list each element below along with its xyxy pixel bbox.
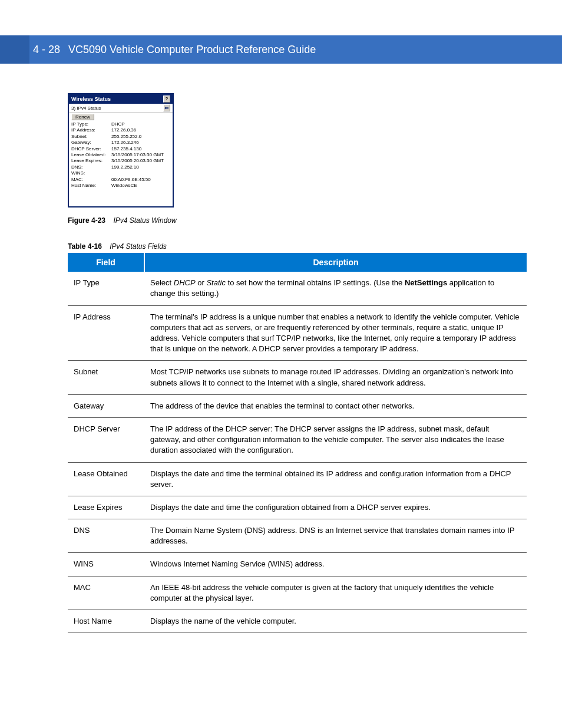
header-main: 4 - 28 VC5090 Vehicle Computer Product R… — [29, 35, 562, 64]
info-value: 157.235.4.130 — [111, 146, 170, 152]
info-row: Lease Obtained:3/15/2005 17:03:30 GMT — [71, 152, 170, 158]
info-row: IP Type:DHCP — [71, 121, 170, 127]
cell-field: Gateway — [68, 394, 144, 417]
info-label: Lease Expires: — [71, 158, 111, 164]
cell-description: Displays the name of the vehicle compute… — [144, 610, 527, 633]
cell-field: WINS — [68, 553, 144, 576]
cell-field: Lease Obtained — [68, 462, 144, 496]
table-row: SubnetMost TCP/IP networks use subnets t… — [68, 361, 527, 394]
table-label: Table 4-16 — [68, 242, 102, 251]
figure-wireless-status: Wireless Status ? 3) IPv4 Status ⬅ Renew… — [68, 93, 527, 207]
info-value: 172.26.0.36 — [111, 127, 170, 133]
info-row: Lease Expires:3/15/2005 20:03:30 GMT — [71, 158, 170, 164]
page-number: 4 - 28 — [33, 44, 60, 56]
info-grid: IP Type:DHCPIP Address:172.26.0.36Subnet… — [69, 120, 173, 206]
info-label: MAC: — [71, 177, 111, 183]
table-text: IPv4 Status Fields — [110, 242, 167, 251]
cell-field: DNS — [68, 519, 144, 553]
info-row: WINS: — [71, 170, 170, 176]
info-row: DHCP Server:157.235.4.130 — [71, 146, 170, 152]
header-left-block — [0, 35, 29, 64]
info-label: Lease Obtained: — [71, 152, 111, 158]
info-value: 3/15/2005 20:03:30 GMT — [111, 158, 170, 164]
window-titlebar: Wireless Status ? — [69, 94, 173, 104]
info-value: 00:A0:F8:6E:45:50 — [111, 177, 170, 183]
table-row: MACAn IEEE 48-bit address the vehicle co… — [68, 576, 527, 610]
page-title: VC5090 Vehicle Computer Product Referenc… — [68, 44, 316, 56]
info-label: IP Type: — [71, 121, 111, 127]
cell-description: Select DHCP or Static to set how the ter… — [144, 272, 527, 305]
table-row: Lease ObtainedDisplays the date and time… — [68, 462, 527, 496]
table-header-row: Field Description — [68, 253, 527, 272]
figure-caption: Figure 4-23 IPv4 Status Window — [68, 216, 527, 225]
renew-button[interactable]: Renew — [71, 114, 94, 120]
back-button[interactable]: ⬅ — [163, 104, 170, 111]
info-label: Subnet: — [71, 134, 111, 140]
cell-field: Lease Expires — [68, 496, 144, 519]
info-row: Gateway:172.26.3.246 — [71, 140, 170, 146]
header-field: Field — [68, 253, 144, 272]
figure-text: IPv4 Status Window — [113, 216, 176, 225]
info-value: 172.26.3.246 — [111, 140, 170, 146]
cell-field: Host Name — [68, 610, 144, 633]
info-row: IP Address:172.26.0.36 — [71, 127, 170, 133]
help-button[interactable]: ? — [163, 95, 170, 103]
table-caption: Table 4-16 IPv4 Status Fields — [68, 242, 527, 251]
cell-description: The IP address of the DHCP server: The D… — [144, 417, 527, 462]
info-row: Host Name:WindowsCE — [71, 183, 170, 189]
info-value: 255.255.252.0 — [111, 134, 170, 140]
cell-description: The terminal's IP address is a unique nu… — [144, 305, 527, 361]
table-row: IP TypeSelect DHCP or Static to set how … — [68, 272, 527, 305]
info-label: Host Name: — [71, 183, 111, 189]
info-value: DHCP — [111, 121, 170, 127]
page-header: 4 - 28 VC5090 Vehicle Computer Product R… — [0, 35, 562, 64]
info-value: 199.2.252.10 — [111, 164, 170, 170]
back-arrow-icon: ⬅ — [164, 106, 169, 111]
cell-description: Displays the date and time the terminal … — [144, 462, 527, 496]
cell-field: IP Type — [68, 272, 144, 305]
info-label: Gateway: — [71, 140, 111, 146]
window-title: Wireless Status — [71, 96, 111, 102]
table-row: Host NameDisplays the name of the vehicl… — [68, 610, 527, 633]
table-row: Lease ExpiresDisplays the date and time … — [68, 496, 527, 519]
table-row: DHCP ServerThe IP address of the DHCP se… — [68, 417, 527, 462]
info-row: DNS:199.2.252.10 — [71, 164, 170, 170]
info-label: DNS: — [71, 164, 111, 170]
info-label: DHCP Server: — [71, 146, 111, 152]
info-row: MAC:00:A0:F8:6E:45:50 — [71, 177, 170, 183]
info-label: IP Address: — [71, 127, 111, 133]
table-row: GatewayThe address of the device that en… — [68, 394, 527, 417]
cell-description: Displays the date and time the configura… — [144, 496, 527, 519]
cell-description: The Domain Name System (DNS) address. DN… — [144, 519, 527, 553]
table-row: IP AddressThe terminal's IP address is a… — [68, 305, 527, 361]
table-row: DNSThe Domain Name System (DNS) address.… — [68, 519, 527, 553]
cell-description: Windows Internet Naming Service (WINS) a… — [144, 553, 527, 576]
table-row: WINSWindows Internet Naming Service (WIN… — [68, 553, 527, 576]
wireless-status-window: Wireless Status ? 3) IPv4 Status ⬅ Renew… — [68, 93, 174, 207]
cell-description: The address of the device that enables t… — [144, 394, 527, 417]
ipv4-status-table: Field Description IP TypeSelect DHCP or … — [68, 253, 527, 633]
info-value: WindowsCE — [111, 183, 170, 189]
info-row: Subnet:255.255.252.0 — [71, 134, 170, 140]
cell-field: IP Address — [68, 305, 144, 361]
window-subtitle-row: 3) IPv4 Status ⬅ — [69, 104, 173, 113]
info-label: WINS: — [71, 170, 111, 176]
cell-description: An IEEE 48-bit address the vehicle compu… — [144, 576, 527, 610]
window-subtitle: 3) IPv4 Status — [71, 106, 101, 111]
cell-field: MAC — [68, 576, 144, 610]
info-value: 3/15/2005 17:03:30 GMT — [111, 152, 170, 158]
cell-description: Most TCP/IP networks use subnets to mana… — [144, 361, 527, 394]
figure-label: Figure 4-23 — [68, 216, 105, 225]
cell-field: DHCP Server — [68, 417, 144, 462]
info-value — [111, 170, 170, 176]
header-description: Description — [144, 253, 527, 272]
cell-field: Subnet — [68, 361, 144, 394]
